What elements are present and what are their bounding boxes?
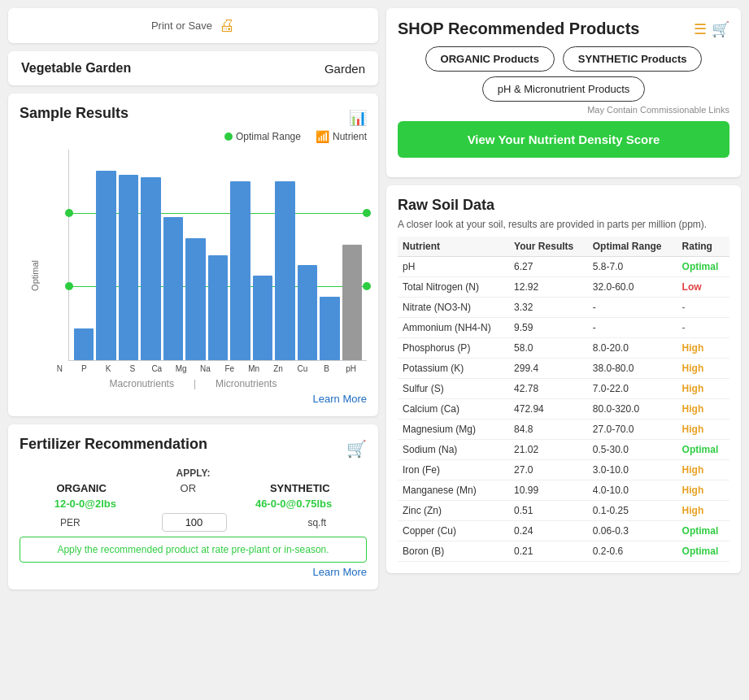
cell-optimal: 5.8-7.0 (588, 257, 677, 277)
x-label-ca: Ca (146, 364, 168, 373)
x-label-b: B (316, 364, 337, 373)
organic-products-btn[interactable]: ORGANIC Products (425, 46, 555, 72)
chart-legend: Optimal Range 📶 Nutrient (20, 130, 367, 143)
soil-table-body: pH 6.27 5.8-7.0 Optimal Total Nitrogen (… (398, 257, 729, 562)
cell-result: 6.27 (509, 257, 588, 277)
cell-result: 0.24 (509, 521, 588, 541)
table-row: Phosphorus (P) 58.0 8.0-20.0 High (398, 338, 729, 359)
cell-result: 42.78 (509, 379, 588, 399)
table-row: Copper (Cu) 0.24 0.06-0.3 Optimal (398, 521, 729, 541)
ph-products-btn[interactable]: pH & Micronutrient Products (482, 76, 646, 102)
print-bar: Print or Save 🖨 (8, 8, 378, 43)
cell-nutrient: Magnesium (Mg) (398, 420, 509, 440)
sample-results-title: Sample Results (20, 105, 128, 122)
fert-per-input[interactable] (162, 513, 227, 532)
sample-learn-more-link[interactable]: Learn More (20, 393, 367, 405)
x-label-mn: Mn (243, 364, 265, 373)
print-icon[interactable]: 🖨 (219, 16, 235, 35)
cell-rating: Optimal (677, 541, 729, 562)
table-row: Magnesium (Mg) 84.8 27.0-70.0 High (398, 420, 729, 440)
cell-rating: High (677, 399, 729, 420)
cell-rating: High (677, 480, 729, 501)
bar-mg (185, 238, 205, 360)
cell-optimal: 7.0-22.0 (588, 379, 677, 399)
cell-rating: - (677, 318, 729, 338)
cell-optimal: 32.0-60.0 (588, 277, 677, 298)
x-label-n: N (49, 364, 71, 373)
cell-result: 0.21 (509, 541, 588, 562)
bar-ca (163, 217, 183, 360)
cell-optimal: 4.0-10.0 (588, 480, 677, 501)
cell-result: 12.92 (509, 277, 588, 298)
chart-bar-icon: 📊 (349, 109, 367, 127)
garden-card: Vegetable Garden Garden (8, 51, 378, 85)
chart-area (68, 150, 367, 361)
fert-organic-value: 12-0-0@2lbs (54, 498, 116, 510)
cell-optimal: 3.0-10.0 (588, 460, 677, 480)
cell-nutrient: Iron (Fe) (398, 460, 509, 480)
cell-result: 299.4 (509, 359, 588, 379)
cell-optimal: 0.1-0.25 (588, 501, 677, 521)
fert-learn-more-link[interactable]: Learn More (20, 566, 367, 578)
raw-soil-title: Raw Soil Data (398, 197, 729, 214)
cell-result: 21.02 (509, 440, 588, 460)
col-optimal: Optimal Range (588, 237, 677, 257)
synthetic-products-btn[interactable]: SYNTHETIC Products (563, 46, 703, 72)
table-row: Iron (Fe) 27.0 3.0-10.0 High (398, 460, 729, 480)
table-row: Manganese (Mn) 10.99 4.0-10.0 High (398, 480, 729, 501)
shop-title: SHOP Recommended Products (398, 20, 639, 38)
x-label-cu: Cu (291, 364, 313, 373)
nutrient-score-btn[interactable]: View Your Nutrient Density Score (398, 121, 729, 158)
fert-products-row: ORGANIC OR SYNTHETIC (20, 482, 367, 494)
cell-optimal: 80.0-320.0 (588, 399, 677, 420)
cell-rating: Low (677, 277, 729, 298)
cell-result: 58.0 (509, 338, 588, 359)
x-label-fe: Fe (219, 364, 241, 373)
cell-rating: High (677, 338, 729, 359)
shop-card: SHOP Recommended Products ☰ 🛒 ORGANIC Pr… (386, 8, 741, 177)
fert-title: Fertilizer Recommendation (20, 436, 207, 453)
soil-table-header-row: Nutrient Your Results Optimal Range Rati… (398, 237, 729, 257)
cell-nutrient: Copper (Cu) (398, 521, 509, 541)
fert-header: Fertilizer Recommendation 🛒 (20, 436, 367, 461)
cell-rating: High (677, 359, 729, 379)
cell-rating: Optimal (677, 521, 729, 541)
cell-result: 27.0 (509, 460, 588, 480)
cell-nutrient: Phosphorus (P) (398, 338, 509, 359)
optimal-range-dot (224, 133, 233, 141)
cell-nutrient: Total Nitrogen (N) (398, 277, 509, 298)
raw-soil-desc: A closer look at your soil, results are … (398, 219, 729, 230)
x-label-zn: Zn (268, 364, 290, 373)
cell-nutrient: Nitrate (NO3-N) (398, 298, 509, 318)
cell-nutrient: Boron (B) (398, 541, 509, 562)
shop-header: SHOP Recommended Products ☰ 🛒 (398, 20, 729, 38)
soil-table: Nutrient Your Results Optimal Range Rati… (398, 237, 729, 562)
cell-result: 472.94 (509, 399, 588, 420)
cell-optimal: 0.5-30.0 (588, 440, 677, 460)
cell-result: 84.8 (509, 420, 588, 440)
fert-organic-label: ORGANIC (56, 482, 106, 494)
cell-nutrient: Manganese (Mn) (398, 480, 509, 501)
table-row: Ammonium (NH4-N) 9.59 - - (398, 318, 729, 338)
col-results: Your Results (509, 237, 588, 257)
table-row: Zinc (Zn) 0.51 0.1-0.25 High (398, 501, 729, 521)
x-label-p: P (73, 364, 95, 373)
x-label-na: Na (194, 364, 216, 373)
cell-rating: High (677, 460, 729, 480)
legend-nutrient-label: Nutrient (333, 131, 367, 142)
bar-na (208, 255, 228, 361)
macronutrients-label: Macronutrients (110, 378, 174, 389)
bar-mn (253, 276, 272, 360)
micronutrients-label: Micronutrients (216, 378, 277, 389)
table-row: Nitrate (NO3-N) 3.32 - - (398, 298, 729, 318)
cell-nutrient: pH (398, 257, 509, 277)
cell-rating: - (677, 298, 729, 318)
bars-container (69, 150, 367, 360)
cart-icon: 🛒 (346, 439, 367, 459)
cell-optimal: 38.0-80.0 (588, 359, 677, 379)
nutrient-bar-icon: 📶 (316, 130, 329, 143)
fert-synthetic-label: SYNTHETIC (270, 482, 330, 494)
bar-b (320, 297, 339, 360)
cell-nutrient: Ammonium (NH4-N) (398, 318, 509, 338)
cell-optimal: 27.0-70.0 (588, 420, 677, 440)
